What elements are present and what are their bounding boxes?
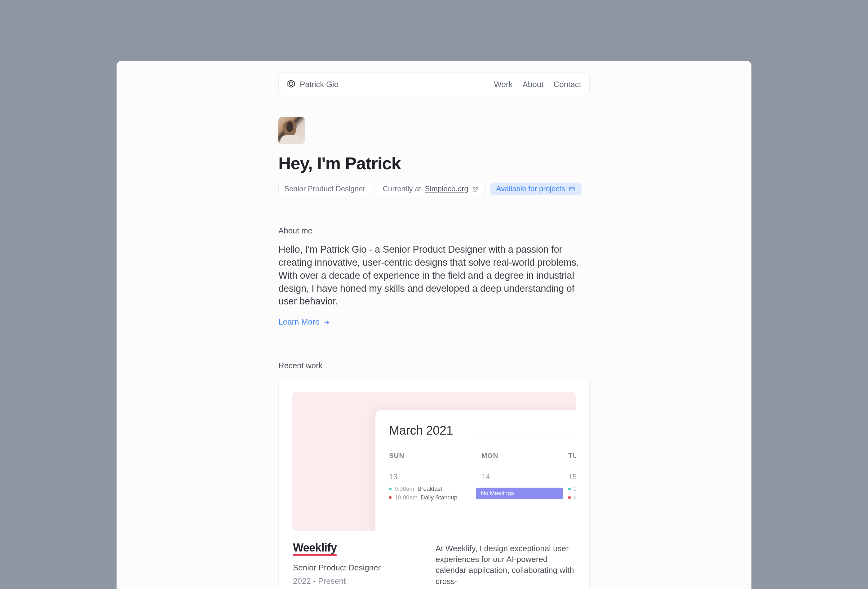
calendar-events-tue: 2: 4: <box>562 486 576 501</box>
dot-icon <box>568 488 571 490</box>
event-label: Daily Standup <box>421 494 457 501</box>
avatar <box>278 117 305 144</box>
daynum-15: 15 <box>562 468 576 481</box>
tag-available[interactable]: Available for projects <box>490 183 582 195</box>
calendar-days: SUN 13 9:00am Breakfast <box>389 452 576 503</box>
calendar-mock: March 2021 SUN 13 9:00am Brea <box>375 410 576 531</box>
project-dates: 2022 - Present <box>293 576 411 586</box>
calendar-col-tue: TUE 15 2: 4: <box>562 452 576 503</box>
learn-more-link[interactable]: Learn More <box>278 317 330 327</box>
tag-role: Senior Product Designer <box>278 183 371 195</box>
project-meta-left: Weeklify Senior Product Designer 2022 - … <box>293 541 411 586</box>
arrow-right-icon <box>323 319 330 326</box>
hero: Hey, I'm Patrick Senior Product Designer… <box>278 117 590 195</box>
event-time: 2: <box>574 486 576 492</box>
calendar-month: March 2021 <box>389 424 576 437</box>
tag-currently-prefix: Currently at <box>382 185 421 193</box>
brand[interactable]: Patrick Gio <box>287 79 338 89</box>
event-time: 9:00am <box>395 486 414 492</box>
tag-currently-link[interactable]: Simpleco.org <box>425 185 468 193</box>
nav-link-work[interactable]: Work <box>494 80 512 89</box>
navbar: Patrick Gio Work About Contact <box>278 72 590 96</box>
external-link-icon <box>472 185 479 192</box>
project-role: Senior Product Designer <box>293 563 411 573</box>
event-label: Breakfast <box>417 486 442 492</box>
hero-tags: Senior Product Designer Currently at Sim… <box>278 183 590 195</box>
calendar-events-sun: 9:00am Breakfast 10:00am Daily Standup <box>375 486 476 501</box>
dot-icon <box>389 488 391 490</box>
nav-link-contact[interactable]: Contact <box>554 80 581 89</box>
project-description: At Weeklify, I design exceptional user e… <box>435 543 575 586</box>
tag-role-text: Senior Product Designer <box>284 185 365 193</box>
nav-links: Work About Contact <box>494 80 581 89</box>
project-card-weeklify: March 2021 SUN 13 9:00am Brea <box>278 378 590 589</box>
page-viewport: Patrick Gio Work About Contact Hey, I'm … <box>117 61 751 589</box>
mail-icon <box>569 185 576 192</box>
dot-icon <box>389 496 391 499</box>
event-time: 4: <box>574 494 576 501</box>
recent-work-section: Recent work March 2021 SUN 13 <box>278 361 590 589</box>
project-image: March 2021 SUN 13 9:00am Brea <box>292 392 576 531</box>
dot-icon <box>568 496 571 499</box>
dayname-tue: TUE <box>562 452 576 460</box>
dayname-sun: SUN <box>389 452 476 460</box>
project-title[interactable]: Weeklify <box>293 541 337 554</box>
daynum-13: 13 <box>375 468 476 481</box>
tag-currently[interactable]: Currently at Simpleco.org <box>376 183 484 195</box>
logo-hexagon-icon <box>287 79 295 89</box>
calendar-event: 10:00am Daily Standup <box>389 494 476 501</box>
calendar-event: 4: <box>568 494 576 501</box>
hero-heading: Hey, I'm Patrick <box>278 153 590 173</box>
project-meta: Weeklify Senior Product Designer 2022 - … <box>279 531 589 589</box>
calendar-event: 2: <box>568 486 576 492</box>
about-label: About me <box>278 226 590 236</box>
about-section: About me Hello, I'm Patrick Gio - a Seni… <box>278 226 590 327</box>
about-text: Hello, I'm Patrick Gio - a Senior Produc… <box>278 243 590 308</box>
calendar-event: 9:00am Breakfast <box>389 486 476 492</box>
event-time: 10:00am <box>395 494 418 501</box>
calendar-col-mon: MON 14 No Meetings <box>476 452 562 503</box>
recent-label: Recent work <box>278 361 590 371</box>
learn-more-text: Learn More <box>278 317 320 327</box>
brand-name: Patrick Gio <box>300 80 338 89</box>
nav-link-about[interactable]: About <box>523 80 543 89</box>
daynum-14: 14 <box>476 468 562 481</box>
no-meetings-block: No Meetings <box>476 488 562 499</box>
tag-available-text: Available for projects <box>496 185 565 193</box>
dayname-mon: MON <box>476 452 562 460</box>
calendar-col-sun: SUN 13 9:00am Breakfast <box>389 452 476 503</box>
